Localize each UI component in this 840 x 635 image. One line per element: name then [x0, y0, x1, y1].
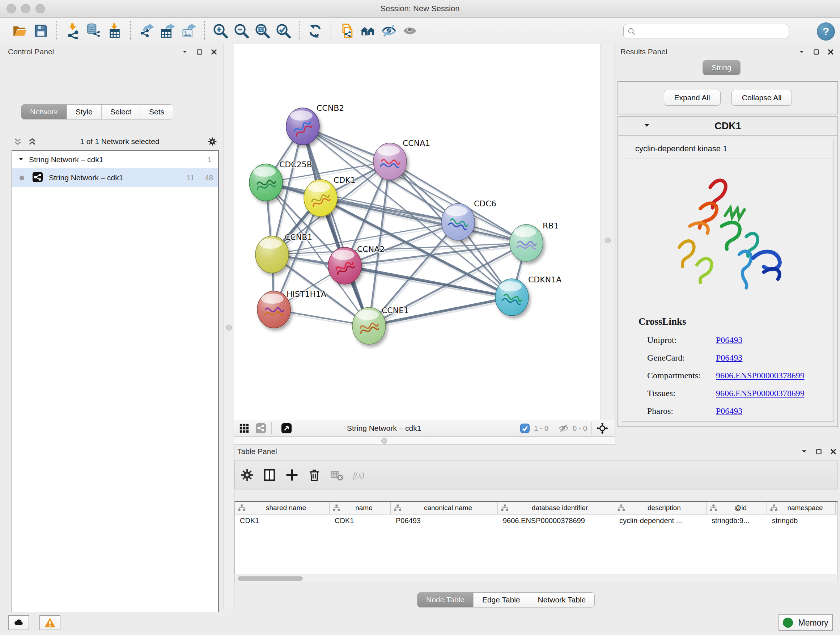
network-node-HIST1H1A[interactable]: [257, 291, 291, 328]
expand-all-button[interactable]: Expand All: [664, 90, 721, 106]
left-splitter[interactable]: [224, 44, 234, 609]
grid-view-icon[interactable]: [238, 422, 250, 434]
right-splitter[interactable]: [600, 44, 615, 420]
first-neighbors-button[interactable]: [336, 20, 357, 41]
close-panel-icon[interactable]: [829, 447, 838, 456]
table-settings-icon[interactable]: [237, 465, 257, 485]
collapse-panel-icon[interactable]: [180, 47, 189, 57]
tab-sets[interactable]: Sets: [140, 105, 173, 119]
zoom-in-button[interactable]: [210, 20, 231, 41]
zoom-fit-button[interactable]: [252, 20, 273, 41]
cloud-button[interactable]: [8, 615, 29, 630]
close-panel-icon[interactable]: [209, 47, 218, 57]
open-session-button[interactable]: [9, 20, 30, 41]
crosslink-link[interactable]: P06493: [716, 335, 742, 345]
table-row[interactable]: CDK1CDK1P064939606.ENSP00000378699cyclin…: [235, 515, 837, 527]
home-networks-button[interactable]: [357, 20, 378, 41]
network-node-CDC6[interactable]: [441, 203, 475, 241]
horizontal-splitter-handle[interactable]: [381, 438, 387, 444]
import-table-button[interactable]: [104, 20, 125, 41]
tab-network-table[interactable]: Network Table: [529, 593, 595, 607]
network-overview-icon[interactable]: [255, 422, 267, 434]
fit-selected-crosshair-icon[interactable]: [596, 422, 608, 434]
crosslink-link[interactable]: 9606.ENSP00000378699: [716, 371, 805, 380]
column-header-description[interactable]: description: [614, 502, 706, 514]
disclosure-triangle-icon[interactable]: [644, 122, 650, 130]
network-node-CCNA2[interactable]: [328, 247, 362, 284]
crosslink-link[interactable]: P06493: [716, 353, 742, 363]
add-column-icon[interactable]: [282, 465, 302, 485]
show-all-button[interactable]: [399, 20, 420, 41]
network-node-CDKN1A[interactable]: [495, 279, 529, 316]
help-button[interactable]: ?: [817, 22, 835, 41]
tab-select[interactable]: Select: [101, 105, 140, 119]
save-session-button[interactable]: [30, 20, 51, 41]
crosslink-link[interactable]: 9606.ENSP00000378699: [716, 388, 805, 398]
column-header-database-identifier[interactable]: database identifier: [498, 502, 614, 514]
import-network-button[interactable]: [62, 20, 83, 41]
table-cell[interactable]: cyclin-dependent ...: [614, 516, 706, 525]
export-network-button[interactable]: [136, 20, 157, 41]
collapse-panel-icon[interactable]: [799, 447, 809, 456]
zoom-out-button[interactable]: [231, 20, 252, 41]
left-splitter-handle[interactable]: [226, 325, 232, 331]
selected-checkbox-icon[interactable]: [519, 422, 531, 434]
network-node-CDK1[interactable]: [304, 180, 337, 217]
birdseye-toggle-icon[interactable]: [280, 422, 293, 434]
table-cell[interactable]: stringdb: [767, 516, 836, 525]
refresh-view-button[interactable]: [305, 20, 325, 41]
tab-node-table[interactable]: Node Table: [417, 593, 473, 607]
column-header-namespace[interactable]: namespace: [767, 502, 836, 514]
network-row-selected[interactable]: String Network – cdk1 11 48: [12, 168, 218, 187]
hide-selected-button[interactable]: [378, 20, 399, 41]
columns-icon[interactable]: [259, 465, 279, 485]
collapse-all-button[interactable]: Collapse All: [731, 90, 792, 106]
network-canvas[interactable]: CCNB2CCNA1CDC25BCDK1CDC6RB1CCNB1CCNA2CDK…: [234, 44, 600, 420]
gear-icon[interactable]: [208, 137, 217, 146]
tab-string[interactable]: String: [703, 60, 740, 75]
tab-edge-table[interactable]: Edge Table: [473, 593, 529, 607]
export-image-button[interactable]: [178, 20, 199, 41]
column-header-shared-name[interactable]: shared name: [235, 502, 330, 514]
float-panel-icon[interactable]: [814, 447, 823, 456]
network-node-RB1[interactable]: [510, 225, 543, 261]
network-collection-row[interactable]: String Network – cdk1 1: [12, 151, 218, 168]
disclosure-triangle-icon[interactable]: [18, 155, 24, 164]
protein-section-header[interactable]: CDK1: [618, 117, 837, 136]
network-node-CCNB1[interactable]: [256, 236, 289, 273]
expand-all-tree-icon[interactable]: [27, 137, 37, 146]
crosslink-link[interactable]: P06493: [716, 406, 742, 416]
export-table-button[interactable]: [157, 20, 178, 41]
column-header-@id[interactable]: @id: [706, 502, 767, 514]
import-database-button[interactable]: [83, 20, 104, 41]
zoom-selected-button[interactable]: [273, 20, 294, 41]
warnings-button[interactable]: [39, 615, 60, 630]
network-node-CCNB2[interactable]: [286, 108, 319, 145]
search-input[interactable]: [623, 24, 789, 38]
table-horizontal-scrollbar[interactable]: [234, 575, 838, 582]
table-cell[interactable]: 9606.ENSP00000378699: [498, 516, 614, 525]
table-cell[interactable]: stringdb:9...: [706, 516, 767, 525]
table-cell[interactable]: P06493: [391, 516, 498, 525]
network-node-CCNA1[interactable]: [373, 143, 407, 180]
column-header-name[interactable]: name: [330, 502, 391, 514]
float-panel-icon[interactable]: [812, 47, 821, 57]
memory-button[interactable]: Memory: [778, 614, 833, 631]
float-panel-icon[interactable]: [195, 47, 204, 57]
table-cell[interactable]: CDK1: [330, 516, 391, 525]
scrollbar-thumb[interactable]: [238, 576, 303, 581]
network-node-CCNE1[interactable]: [352, 307, 386, 344]
tab-network[interactable]: Network: [21, 105, 66, 119]
close-panel-icon[interactable]: [826, 47, 835, 57]
table-cell[interactable]: CDK1: [235, 516, 330, 525]
collapse-panel-icon[interactable]: [797, 47, 806, 57]
delete-column-icon[interactable]: [304, 465, 325, 485]
control-panel: Control Panel NetworkStyleSelectSets 1 o…: [3, 44, 224, 609]
tab-style[interactable]: Style: [66, 105, 101, 119]
right-splitter-handle[interactable]: [605, 238, 611, 243]
node-label-HIST1H1A: HIST1H1A: [286, 290, 326, 299]
column-header-canonical-name[interactable]: canonical name: [391, 502, 498, 514]
collapse-all-tree-icon[interactable]: [13, 137, 22, 146]
hidden-eye-icon[interactable]: [557, 422, 570, 434]
network-node-CDC25B[interactable]: [249, 164, 283, 201]
